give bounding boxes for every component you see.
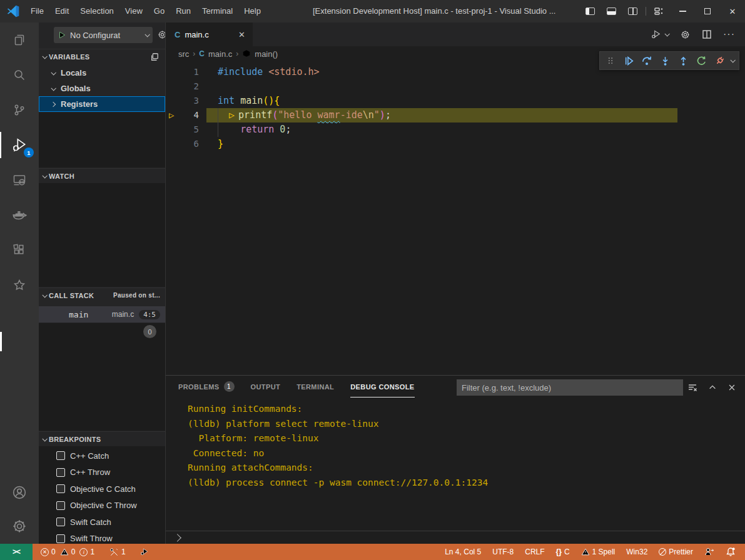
run-or-debug-button[interactable] xyxy=(651,29,669,40)
language-mode-item[interactable]: {} C xyxy=(553,544,573,560)
tab-main-c[interactable]: C main.c ✕ xyxy=(166,22,253,46)
activity-source-control-icon[interactable] xyxy=(0,92,39,128)
tools-status-item[interactable]: 1 xyxy=(106,544,129,560)
feedback-item[interactable] xyxy=(701,544,717,560)
variables-item-locals[interactable]: Locals xyxy=(39,65,165,81)
code-line-content[interactable]: return 0; xyxy=(206,122,745,137)
code-line-content[interactable]: } xyxy=(206,137,745,151)
menu-selection[interactable]: Selection xyxy=(74,3,119,19)
debug-status-item[interactable] xyxy=(136,544,153,560)
debug-restart-button[interactable] xyxy=(694,53,709,68)
toolbar-drag-handle[interactable] xyxy=(603,53,618,68)
activity-favorites-star-icon[interactable] xyxy=(0,268,39,302)
checkbox-unchecked-icon[interactable] xyxy=(56,484,65,493)
close-window-button[interactable]: ✕ xyxy=(720,0,745,22)
code-line-5[interactable]: 5 return 0; xyxy=(166,122,745,137)
accounts-icon[interactable] xyxy=(0,476,39,509)
line-number[interactable]: 5 xyxy=(174,122,206,137)
debug-step-into-button[interactable] xyxy=(657,53,672,68)
menu-edit[interactable]: Edit xyxy=(49,3,74,19)
debug-console-filter-input[interactable] xyxy=(457,379,683,396)
panel-tab-output[interactable]: OUTPUT xyxy=(251,376,281,398)
code-line-4[interactable]: ▷4 ▷printf("hello wamr-ide\n"); xyxy=(166,108,745,122)
breakpoint-item-c-throw[interactable]: C++ Throw xyxy=(39,464,165,481)
settings-gear-icon[interactable] xyxy=(0,509,39,544)
line-number[interactable]: 2 xyxy=(174,79,206,94)
toggle-sidebar-icon[interactable] xyxy=(579,0,601,22)
editor-settings-gear-icon[interactable] xyxy=(680,29,691,40)
problems-status-item[interactable]: ✕ 0 0 i 1 xyxy=(38,544,98,560)
gutter-line-6[interactable]: 6 xyxy=(166,137,206,151)
variables-item-globals[interactable]: Globals xyxy=(39,81,165,96)
debug-continue-button[interactable] xyxy=(621,53,636,68)
code-editor[interactable]: 1#include <stdio.h>23int main(){▷4 ▷prin… xyxy=(166,61,745,375)
activity-docker-icon[interactable] xyxy=(0,198,39,232)
menu-run[interactable]: Run xyxy=(170,3,196,19)
checkbox-unchecked-icon[interactable] xyxy=(56,451,65,460)
checkbox-unchecked-icon[interactable] xyxy=(56,501,65,510)
call-stack-frame-row[interactable]: main main.c 4:5 xyxy=(39,306,165,322)
line-number[interactable]: 1 xyxy=(174,65,206,79)
activity-run-and-debug-icon[interactable]: 1 xyxy=(0,128,39,162)
minimize-button[interactable] xyxy=(670,0,695,22)
code-line-6[interactable]: 6} xyxy=(166,137,745,151)
panel-tab-terminal[interactable]: TERMINAL xyxy=(296,376,334,398)
line-number[interactable]: 4 xyxy=(174,108,206,122)
menu-file[interactable]: File xyxy=(25,3,49,19)
more-actions-icon[interactable]: ··· xyxy=(723,29,735,40)
gutter-line-2[interactable]: 2 xyxy=(166,79,206,94)
breakpoint-item-swift-catch[interactable]: Swift Catch xyxy=(39,514,165,531)
gutter-line-1[interactable]: 1 xyxy=(166,65,206,79)
breadcrumb-symbol[interactable]: main() xyxy=(255,49,278,59)
activity-search-icon[interactable] xyxy=(0,58,39,92)
debug-settings-gear-icon[interactable] xyxy=(157,29,166,40)
code-line-3[interactable]: 3int main(){ xyxy=(166,94,745,108)
activity-extensions-icon[interactable] xyxy=(0,232,39,268)
code-line-content[interactable]: int main(){ xyxy=(206,94,745,108)
menu-go[interactable]: Go xyxy=(148,3,170,19)
formatter-item[interactable]: Prettier xyxy=(656,544,696,560)
close-tab-icon[interactable]: ✕ xyxy=(237,29,246,41)
spell-checker-item[interactable]: 1 Spell xyxy=(578,544,619,560)
chevron-down-icon[interactable] xyxy=(730,58,735,62)
close-panel-icon[interactable] xyxy=(727,383,736,392)
debug-configuration-dropdown[interactable]: No Configurat xyxy=(54,27,153,43)
platform-item[interactable]: Win32 xyxy=(623,544,651,560)
menu-view[interactable]: View xyxy=(119,3,148,19)
checkbox-unchecked-icon[interactable] xyxy=(56,534,65,543)
checkbox-unchecked-icon[interactable] xyxy=(56,518,65,526)
gutter-line-3[interactable]: 3 xyxy=(166,94,206,108)
code-line-2[interactable]: 2 xyxy=(166,79,745,94)
call-stack-section-header[interactable]: CALL STACK Paused on st... xyxy=(39,288,165,302)
console-input-prompt-icon[interactable] xyxy=(173,534,181,542)
breadcrumb-folder[interactable]: src xyxy=(178,49,189,59)
maximize-panel-chevron-icon[interactable] xyxy=(708,383,717,392)
cursor-position-item[interactable]: Ln 4, Col 5 xyxy=(442,544,484,560)
panel-tab-debug-console[interactable]: DEBUG CONSOLE xyxy=(350,376,414,398)
debug-disconnect-button[interactable] xyxy=(712,53,727,68)
line-number[interactable]: 6 xyxy=(174,137,206,151)
breakpoint-item-objective-c-catch[interactable]: Objective C Catch xyxy=(39,481,165,498)
line-number[interactable]: 3 xyxy=(174,94,206,108)
split-editor-icon[interactable] xyxy=(702,29,712,39)
remote-indicator-button[interactable]: >< xyxy=(0,544,33,560)
encoding-item[interactable]: UTF-8 xyxy=(489,544,517,560)
breakpoint-item-objective-c-throw[interactable]: Objective C Throw xyxy=(39,498,165,514)
copy-icon[interactable] xyxy=(150,52,159,61)
activity-remote-explorer-icon[interactable] xyxy=(0,162,39,198)
notifications-item[interactable] xyxy=(722,544,739,560)
gutter-line-5[interactable]: 5 xyxy=(166,122,206,137)
panel-tab-problems[interactable]: PROBLEMS1 xyxy=(178,376,235,398)
debug-step-over-button[interactable] xyxy=(639,53,654,68)
breakpoint-item-swift-throw[interactable]: Swift Throw xyxy=(39,531,165,544)
variables-item-registers[interactable]: Registers xyxy=(39,96,165,112)
clear-console-icon[interactable] xyxy=(687,382,697,392)
customize-layout-icon[interactable] xyxy=(649,0,670,22)
start-debugging-icon[interactable] xyxy=(58,31,66,39)
maximize-button[interactable] xyxy=(695,0,720,22)
breakpoints-section-header[interactable]: BREAKPOINTS xyxy=(39,431,165,446)
eol-item[interactable]: CRLF xyxy=(522,544,547,560)
watch-section-header[interactable]: WATCH xyxy=(39,168,165,183)
toggle-secondary-sidebar-icon[interactable] xyxy=(622,0,643,22)
variables-section-header[interactable]: VARIABLES xyxy=(39,49,165,64)
